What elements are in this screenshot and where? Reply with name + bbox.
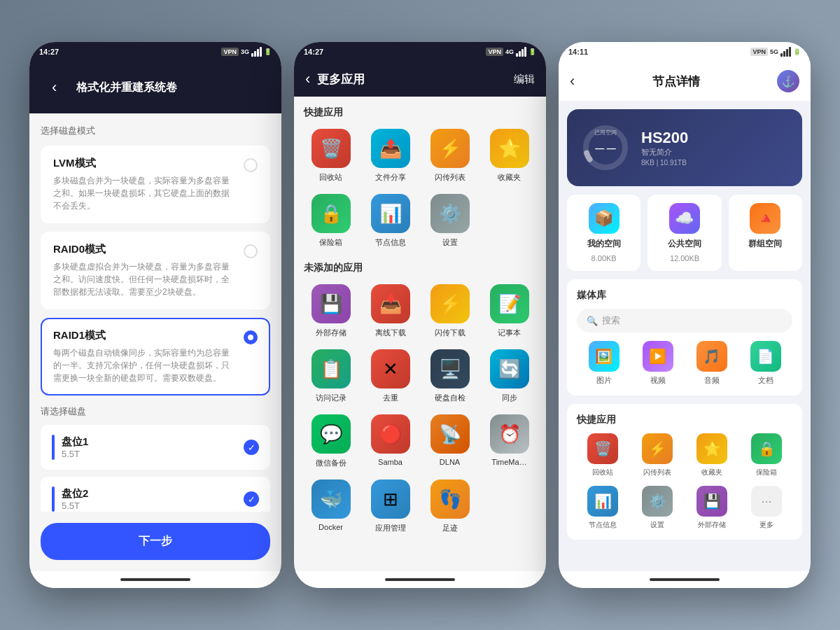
unadded-item-sync[interactable]: 🔄 同步 [482, 349, 536, 403]
qi-label-node: 节点信息 [589, 520, 617, 530]
home-indicator-3 [559, 571, 811, 588]
qi-label-flash: 闪传列表 [643, 468, 671, 477]
unadded-item-footprint[interactable]: 👣 足迹 [423, 479, 477, 533]
space-card-my[interactable]: 📦 我的空间 8.00KB [567, 195, 640, 271]
unadded-item-offline[interactable]: 📥 离线下载 [363, 284, 417, 338]
app-item-safe[interactable]: 🔒 保险箱 [304, 194, 358, 248]
quick-item-3-fav[interactable]: ⭐ 收藏夹 [686, 433, 738, 477]
unadded-item-wechat[interactable]: 💬 微信备份 [304, 414, 358, 468]
home-bar-3 [650, 578, 720, 581]
app-label-share: 文件分享 [375, 172, 406, 183]
search-bar[interactable]: 🔍 搜索 [577, 309, 792, 332]
back-button-2[interactable]: ‹ [305, 70, 310, 88]
media-item-audio[interactable]: 🎵 音频 [696, 341, 727, 386]
unadded-item-notes[interactable]: 📝 记事本 [482, 284, 536, 338]
avatar-button[interactable]: ⚓ [777, 70, 799, 92]
app-icon-share: 📤 [371, 129, 410, 168]
quick-item-3-node[interactable]: 📊 节点信息 [577, 486, 629, 530]
unadded-item-flashdl[interactable]: ⚡ 闪传下载 [423, 284, 477, 338]
vpn-2: VPN [486, 48, 503, 56]
vpn-3: VPN [750, 48, 768, 56]
space-card-group[interactable]: 🔺 群组空间 [729, 195, 802, 271]
quick-item-3-trash[interactable]: 🗑️ 回收站 [577, 433, 629, 477]
search-icon: 🔍 [587, 316, 598, 326]
app-icon-trash: 🗑️ [312, 129, 351, 168]
app-icon-fav: ⭐ [490, 129, 529, 168]
qi-label-trash: 回收站 [592, 468, 613, 477]
unadded-icon-sync: 🔄 [490, 349, 529, 388]
disk-item-2[interactable]: 盘位2 5.5T ✓ [41, 477, 270, 512]
space-card-public[interactable]: ☁️ 公共空间 12.00KB [648, 195, 721, 271]
app-item-fav[interactable]: ⭐ 收藏夹 [482, 129, 536, 183]
page-title-1: 格式化并重建系统卷 [76, 80, 177, 95]
edit-button[interactable]: 编辑 [514, 73, 535, 86]
app-item-node[interactable]: 📊 节点信息 [363, 194, 417, 248]
time-1: 14:27 [39, 48, 59, 56]
status-bar-3: 14:11 VPN 5G 🔋 [559, 42, 811, 62]
qi-icon-trash: 🗑️ [587, 433, 618, 464]
raid1-radio[interactable] [244, 330, 258, 344]
home-bar-2 [385, 578, 455, 581]
unadded-icon-dlna: 📡 [430, 414, 470, 454]
app-item-share[interactable]: 📤 文件分享 [363, 129, 417, 183]
space-cards: 📦 我的空间 8.00KB ☁️ 公共空间 12.00KB 🔺 群组空间 [567, 195, 802, 271]
quick-item-3-external[interactable]: 💾 外部存储 [686, 486, 738, 530]
media-label-videos: 视频 [650, 375, 666, 386]
app-label-flash: 闪传列表 [435, 172, 465, 183]
unadded-item-history[interactable]: 📋 访问记录 [304, 349, 358, 403]
unadded-item-dedup[interactable]: ✕ 去重 [363, 349, 417, 403]
vpn-indicator: VPN [221, 48, 239, 56]
media-item-videos[interactable]: ▶️ 视频 [643, 341, 673, 386]
app-item-trash[interactable]: 🗑️ 回收站 [304, 129, 358, 183]
phone-screen-2: 14:27 VPN 4G 🔋 ‹ 更多应用 编辑 快捷应用 🗑️ 回收站 📤 文… [294, 42, 546, 588]
unadded-item-dlna[interactable]: 📡 DLNA [423, 414, 477, 468]
unadded-item-appmanager[interactable]: ⊞ 应用管理 [363, 479, 417, 533]
qi-icon-safe: 🔒 [751, 433, 782, 464]
back-button-3[interactable]: ‹ [570, 72, 575, 90]
quick-item-3-safe[interactable]: 🔒 保险箱 [741, 433, 792, 477]
disk-item-1[interactable]: 盘位1 5.5T ✓ [41, 425, 270, 470]
app-label-trash: 回收站 [319, 172, 342, 183]
unadded-item-hdd[interactable]: 🖥️ 硬盘自检 [423, 349, 477, 403]
media-item-photos[interactable]: 🖼️ 图片 [589, 341, 620, 386]
screen3-content: 已用空间 — — HS200 智无简介 8KB | 10.91TB 📦 我的空间… [559, 101, 811, 571]
qi-icon-settings: ⚙️ [642, 486, 673, 517]
header-3: ‹ 节点详情 ⚓ [559, 62, 811, 101]
unadded-item-samba[interactable]: 🔴 Samba [363, 414, 417, 468]
unadded-item-docker[interactable]: 🐳 Docker [304, 479, 358, 533]
app-item-flash[interactable]: ⚡ 闪传列表 [423, 129, 477, 183]
unadded-icon-docker: 🐳 [312, 479, 351, 519]
disk-check-1[interactable]: ✓ [244, 440, 259, 455]
quick-item-3-settings[interactable]: ⚙️ 设置 [631, 486, 683, 530]
status-icons-2: VPN 4G 🔋 [486, 47, 536, 57]
unadded-label-samba: Samba [378, 458, 402, 466]
unadded-icon-samba: 🔴 [371, 414, 410, 454]
media-item-docs[interactable]: 📄 文档 [750, 341, 781, 386]
unadded-label-history: 访问记录 [316, 393, 346, 403]
quick-item-3-more[interactable]: ··· 更多 [741, 486, 792, 530]
status-bar-2: 14:27 VPN 4G 🔋 [294, 42, 546, 62]
unadded-item-external[interactable]: 💾 外部存储 [304, 284, 358, 338]
lvm-desc: 多块磁盘合并为一块硬盘，实际容量为多盘容量之和。如果一块硬盘损坏，其它硬盘上面的… [53, 174, 235, 212]
lvm-radio[interactable] [244, 158, 258, 172]
device-stats: 8KB | 10.91TB [641, 159, 688, 167]
home-indicator-1 [29, 571, 281, 588]
app-item-settings[interactable]: ⚙️ 设置 [423, 194, 477, 248]
used-space-value: — — [595, 143, 616, 153]
back-button-1[interactable]: ‹ [41, 70, 68, 105]
raid0-radio[interactable] [244, 244, 258, 258]
page-title-2: 更多应用 [317, 71, 365, 88]
lvm-mode-card[interactable]: LVM模式 多块磁盘合并为一块硬盘，实际容量为多盘容量之和。如果一块硬盘损坏，其… [41, 146, 270, 223]
raid0-mode-card[interactable]: RAID0模式 多块硬盘虚拟合并为一块硬盘，容量为多盘容量之和。访问速度快。但任… [41, 232, 270, 309]
unadded-item-timemachine[interactable]: ⏰ TimeMa… [482, 414, 536, 468]
next-button[interactable]: 下一步 [41, 523, 270, 560]
unadded-icon-flashdl: ⚡ [430, 284, 470, 323]
page-title-3: 节点详情 [652, 74, 700, 90]
disk-check-2[interactable]: ✓ [244, 491, 259, 507]
raid1-mode-card[interactable]: RAID1模式 每两个磁盘自动镜像同步，实际容量约为总容量的一半。支持冗余保护，… [41, 318, 270, 396]
quick-item-3-flash[interactable]: ⚡ 闪传列表 [631, 433, 683, 477]
screen1-content: 选择磁盘模式 LVM模式 多块磁盘合并为一块硬盘，实际容量为多盘容量之和。如果一… [29, 113, 281, 512]
unadded-icon-timemachine: ⏰ [490, 414, 529, 454]
home-bar-1 [120, 578, 190, 581]
unadded-icon-history: 📋 [312, 349, 351, 388]
